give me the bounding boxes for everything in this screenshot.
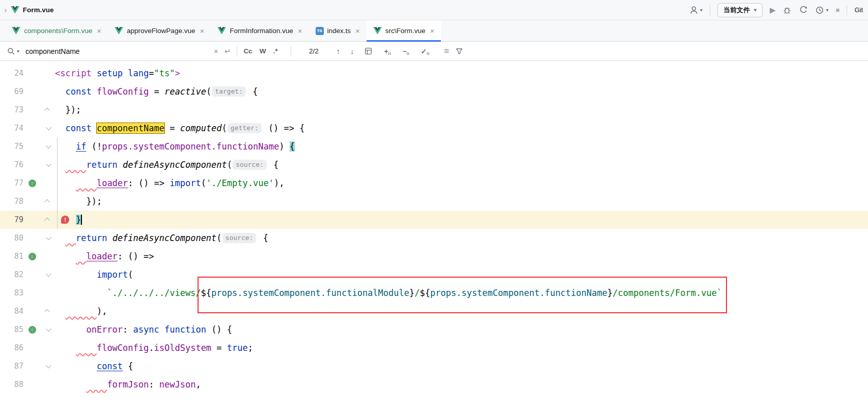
line-number[interactable]: 74 — [0, 124, 23, 133]
line-number[interactable]: 83 — [0, 288, 23, 297]
error-gutter-icon[interactable]: ! — [61, 216, 69, 224]
gutter-fold-column — [41, 327, 55, 332]
line-number[interactable]: 78 — [0, 197, 23, 206]
coverage-button[interactable] — [799, 6, 808, 15]
tab-approveflowpage.vue[interactable]: approveFlowPage.vue× — [108, 20, 211, 41]
run-configuration-selector[interactable]: 当前文件 ▾ — [717, 3, 763, 17]
code-line-81[interactable]: 81↑ loader: () => — [0, 247, 868, 265]
filter-button[interactable] — [455, 47, 463, 55]
code-line-78[interactable]: 78 }); — [0, 192, 868, 211]
remove-occurrence-button[interactable]: −II — [402, 47, 409, 55]
tab-index.ts[interactable]: TSindex.ts× — [309, 20, 367, 41]
run-configuration-label: 当前文件 — [723, 6, 750, 15]
tab-components-form.vue[interactable]: components\Form.vue× — [5, 20, 108, 41]
line-number[interactable]: 86 — [0, 343, 23, 352]
tab-label: FormInformation.vue — [230, 27, 293, 35]
fold-end-icon[interactable] — [44, 199, 50, 205]
tab-close-icon[interactable]: × — [298, 26, 302, 35]
line-number[interactable]: 75 — [0, 142, 23, 151]
code-line-80[interactable]: 80 return defineAsyncComponent(source: { — [0, 229, 868, 247]
code-token: } — [76, 215, 81, 225]
code-line-77[interactable]: 77↑ loader: () => import('./Empty.vue'), — [0, 174, 868, 192]
search-mode-button[interactable]: ▾ — [7, 47, 19, 55]
code-line-88[interactable]: 88 formJson: newJson, — [0, 375, 868, 394]
git-menu[interactable]: Git — [854, 6, 863, 14]
code-token: lang — [128, 68, 149, 78]
line-number[interactable]: 77 — [0, 178, 23, 188]
fold-collapse-icon[interactable] — [46, 363, 51, 368]
tab-close-icon[interactable]: × — [430, 26, 435, 35]
search-input[interactable]: componentName — [25, 47, 208, 55]
code-line-85[interactable]: 85↑ onError: async function () { — [0, 320, 868, 339]
fold-collapse-icon[interactable] — [46, 161, 51, 167]
line-number[interactable]: 76 — [0, 160, 23, 169]
code-line-79[interactable]: 79 }! — [0, 211, 868, 229]
code-line-76[interactable]: 76 return defineAsyncComponent(source: { — [0, 156, 868, 174]
code-token — [76, 251, 86, 261]
regex-toggle[interactable]: .* — [273, 47, 277, 55]
line-number[interactable]: 88 — [0, 380, 23, 389]
newline-icon[interactable]: ↵ — [225, 47, 231, 55]
fold-end-icon[interactable] — [44, 309, 50, 315]
tab-close-icon[interactable]: × — [200, 26, 204, 35]
tab-label: approveFlowPage.vue — [127, 27, 195, 35]
view-options-button[interactable]: ≡ — [444, 47, 449, 55]
code-token: ( — [227, 160, 232, 170]
vue-file-icon — [217, 27, 226, 35]
line-number[interactable]: 24 — [0, 69, 23, 78]
code-token — [55, 270, 97, 280]
code-token: () { — [206, 324, 232, 335]
run-button[interactable]: ▶ — [770, 6, 776, 14]
line-number[interactable]: 80 — [0, 233, 23, 243]
navigate-gutter-icon[interactable]: ↑ — [29, 326, 36, 334]
fold-collapse-icon[interactable] — [46, 143, 51, 148]
code-editor[interactable]: 24<script setup lang="ts">69 const flowC… — [0, 61, 868, 417]
code-line-24[interactable]: 24<script setup lang="ts"> — [0, 64, 868, 82]
code-token — [55, 306, 65, 316]
gutter-fold-column — [41, 163, 55, 167]
navigate-gutter-icon[interactable]: ↑ — [29, 180, 36, 187]
tab-forminformation.vue[interactable]: FormInformation.vue× — [211, 20, 309, 41]
fold-collapse-icon[interactable] — [46, 271, 51, 277]
line-number[interactable]: 79 — [0, 215, 23, 224]
next-occurrence-button[interactable]: ↓ — [350, 47, 354, 55]
code-token — [55, 324, 86, 335]
open-in-find-window-button[interactable] — [364, 47, 373, 55]
navigate-gutter-icon[interactable]: ↑ — [29, 253, 36, 260]
add-occurrence-button[interactable]: +II — [384, 47, 391, 55]
line-number[interactable]: 87 — [0, 362, 23, 371]
match-case-toggle[interactable]: Cc — [243, 47, 252, 55]
fold-end-icon[interactable] — [44, 218, 50, 223]
fold-collapse-icon[interactable] — [46, 125, 51, 130]
stop-button[interactable]: ■ — [836, 6, 840, 14]
fold-collapse-icon[interactable] — [46, 234, 51, 240]
code-token: = — [149, 68, 154, 78]
profiler-button[interactable]: ▾ — [815, 6, 828, 15]
code-line-69[interactable]: 69 const flowConfig = reactive(target: { — [0, 82, 868, 101]
line-number[interactable]: 82 — [0, 270, 23, 279]
code-line-86[interactable]: 86 flowConfig.isOldSystem = true; — [0, 339, 868, 357]
code-line-87[interactable]: 87 const { — [0, 357, 868, 375]
fold-collapse-icon[interactable] — [46, 326, 51, 332]
tab-src-form.vue[interactable]: src\Form.vue× — [367, 20, 441, 41]
tab-close-icon[interactable]: × — [97, 26, 101, 35]
line-number[interactable]: 84 — [0, 307, 23, 316]
tab-close-icon[interactable]: × — [355, 26, 360, 35]
code-line-73[interactable]: 73 }); — [0, 101, 868, 119]
line-number[interactable]: 73 — [0, 105, 23, 114]
clear-search-icon[interactable]: × — [214, 47, 218, 55]
line-number[interactable]: 81 — [0, 252, 23, 261]
code-token: './Empty.vue' — [206, 178, 274, 188]
select-all-occurrences-button[interactable]: ✓II — [421, 47, 430, 55]
line-number[interactable]: 85 — [0, 325, 23, 334]
line-number[interactable]: 69 — [0, 87, 23, 96]
previous-occurrence-button[interactable]: ↑ — [336, 47, 340, 55]
find-toolbar: ▾ componentName × ↵ CcW.* 2/2 ↑ ↓ +II −I… — [0, 42, 868, 61]
code-with-me-button[interactable]: ▾ — [689, 6, 703, 15]
debug-button[interactable] — [782, 6, 792, 15]
whole-words-toggle[interactable]: W — [260, 47, 266, 55]
code-line-74[interactable]: 74 const componentName = computed(getter… — [0, 119, 868, 137]
code-line-75[interactable]: 75 if (!props.systemComponent.functionNa… — [0, 137, 868, 156]
code-token: ), — [274, 178, 284, 188]
fold-end-icon[interactable] — [44, 108, 50, 113]
